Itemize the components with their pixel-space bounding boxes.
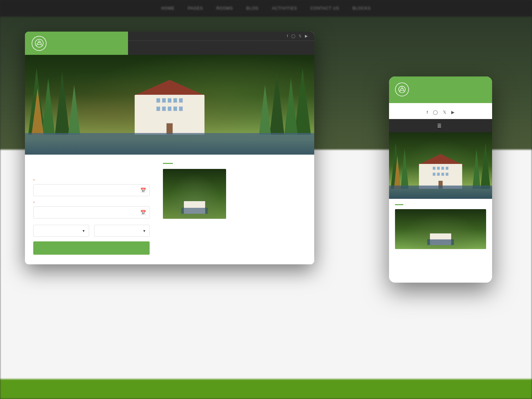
- desktop-header: f ◯ 𝕏 ▶: [25, 32, 314, 55]
- mobile-header: [389, 76, 492, 103]
- mobile-building: [414, 156, 467, 189]
- desktop-top-bar: f ◯ 𝕏 ▶: [128, 32, 314, 41]
- checkin-input[interactable]: 📅: [33, 184, 150, 196]
- desktop-logo-area: [25, 32, 128, 55]
- bg-nav-item: ROOMS: [216, 6, 233, 11]
- content-image: [163, 169, 226, 219]
- mobile-hero: [389, 132, 492, 199]
- bg-nav-item: PAGES: [188, 6, 203, 11]
- mobile-youtube-icon[interactable]: ▶: [451, 110, 455, 115]
- chevron-down-icon: ▼: [82, 229, 85, 233]
- desktop-nav: [128, 41, 314, 55]
- desktop-nav-area: f ◯ 𝕏 ▶: [128, 32, 314, 55]
- mobile-accent: [395, 204, 403, 205]
- trees-left: [25, 55, 91, 135]
- mobile-info-bar: f ◯ 𝕏 ▶: [389, 103, 492, 119]
- mobile-twitter-icon[interactable]: 𝕏: [443, 110, 446, 115]
- bg-nav-item: ACTIVITIES: [272, 6, 297, 11]
- trees-right: [248, 55, 314, 135]
- mobile-logo-icon: [395, 82, 409, 96]
- guests-row: ▼ ▼: [33, 223, 150, 237]
- mobile-building-main: [419, 164, 462, 189]
- bg-bottom-bar: [0, 379, 532, 399]
- content-accent: [163, 163, 173, 164]
- mobile-instagram-icon[interactable]: ◯: [433, 110, 438, 115]
- booking-panel: * 📅 * 📅 ▼: [25, 172, 158, 264]
- bg-nav-item: BLOCKS: [352, 6, 371, 11]
- bg-nav-item: BLOG: [246, 6, 259, 11]
- hero-building: [128, 85, 211, 135]
- desktop-hero: [25, 55, 314, 155]
- mobile-content-image: [395, 209, 486, 249]
- adults-col: ▼: [33, 223, 89, 237]
- desktop-social-icons: f ◯ 𝕏 ▶: [287, 34, 308, 38]
- building-main: [135, 95, 204, 135]
- hero-water: [25, 133, 314, 155]
- calendar-icon: 📅: [140, 188, 146, 193]
- checkin-group: * 📅: [33, 179, 150, 196]
- youtube-icon[interactable]: ▶: [305, 34, 308, 38]
- facebook-icon[interactable]: f: [287, 34, 288, 38]
- checkin-label: *: [33, 179, 150, 183]
- hamburger-icon: ☰: [437, 123, 442, 128]
- mobile-nav-bar[interactable]: ☰: [389, 119, 492, 132]
- bg-nav-item: CONTACT US: [310, 6, 339, 11]
- checkout-input[interactable]: 📅: [33, 206, 150, 218]
- twitter-icon[interactable]: 𝕏: [299, 34, 302, 38]
- content-building: [181, 196, 208, 214]
- search-button[interactable]: [33, 241, 150, 255]
- mobile-water: [389, 186, 492, 199]
- mobile-content: [389, 199, 492, 254]
- checkout-group: * 📅: [33, 201, 150, 218]
- adults-select[interactable]: ▼: [33, 225, 89, 237]
- bg-nav: HOME PAGES ROOMS BLOG ACTIVITIES CONTACT…: [0, 0, 532, 17]
- instagram-icon[interactable]: ◯: [291, 34, 295, 38]
- chevron-down-icon-2: ▼: [143, 229, 146, 233]
- desktop-mockup: f ◯ 𝕏 ▶: [25, 32, 314, 264]
- mobile-facebook-icon[interactable]: f: [427, 110, 428, 115]
- children-select[interactable]: ▼: [94, 225, 150, 237]
- logo-icon: [32, 36, 47, 51]
- content-body: [163, 169, 304, 219]
- mobile-small-building: [427, 228, 454, 245]
- children-col: ▼: [94, 223, 150, 237]
- calendar-icon-2: 📅: [140, 210, 146, 215]
- checkout-label: *: [33, 201, 150, 205]
- bg-nav-item: HOME: [161, 6, 175, 11]
- mobile-social-icons: f ◯ 𝕏 ▶: [395, 110, 486, 115]
- svg-point-3: [401, 87, 403, 89]
- mobile-mockup: f ◯ 𝕏 ▶ ☰: [389, 76, 492, 283]
